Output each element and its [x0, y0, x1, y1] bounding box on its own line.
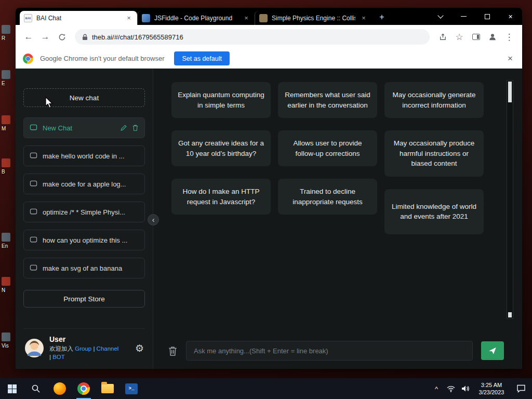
separator: |: [93, 345, 95, 352]
taskbar-search-button[interactable]: [24, 378, 48, 399]
start-button[interactable]: [0, 378, 24, 399]
desktop-icon-glyph: [2, 233, 10, 242]
delete-icon[interactable]: [132, 124, 139, 131]
share-button[interactable]: [435, 29, 450, 45]
back-button[interactable]: ←: [21, 29, 36, 45]
chat-bubble-icon: [30, 152, 37, 159]
taskbar-clock[interactable]: 3:25 AM 3/23/2023: [473, 378, 510, 399]
send-button[interactable]: [481, 341, 504, 360]
sidebar-collapse-button[interactable]: ‹: [148, 214, 159, 225]
user-welcome-line: 欢迎加入 Group | Channel | BOT: [49, 344, 119, 362]
taskbar-explorer-button[interactable]: [96, 378, 119, 399]
network-icon: [447, 385, 455, 392]
volume-button[interactable]: [458, 378, 473, 399]
tab-title: JSFiddle - Code Playground: [154, 15, 238, 22]
bookmark-button[interactable]: ☆: [451, 29, 467, 45]
clear-chat-trash-icon[interactable]: [168, 345, 178, 356]
clock-time: 3:25 AM: [473, 381, 510, 389]
side-panel-button[interactable]: [468, 29, 484, 45]
prompt-store-button[interactable]: Prompt Store: [23, 290, 145, 308]
example-cards: Explain quantum computing in simple term…: [171, 82, 484, 234]
example-card[interactable]: Explain quantum computing in simple term…: [171, 82, 271, 118]
chat-item-label: New Chat: [43, 124, 115, 132]
tab-strip: BAI BAI Chat × JSFiddle - Code Playgroun…: [16, 8, 522, 25]
channel-link[interactable]: Channel: [97, 345, 119, 352]
chat-item[interactable]: make an svg of an banana: [23, 258, 145, 278]
desktop-icon-glyph: [2, 332, 10, 341]
powershell-icon: >_: [125, 383, 138, 394]
network-button[interactable]: [444, 378, 458, 399]
avatar[interactable]: [24, 338, 44, 358]
chat-item[interactable]: make hello world code in ...: [23, 145, 145, 166]
example-card[interactable]: Got any creative ideas for a 10 year old…: [171, 130, 271, 166]
desktop-icon-glyph: [2, 25, 10, 34]
desktop-icon-glyph: [2, 115, 10, 124]
examples-column: Explain quantum computing in simple term…: [171, 82, 271, 234]
bot-link[interactable]: BOT: [52, 354, 65, 360]
profile-button[interactable]: [485, 29, 500, 45]
desktop-icon-glyph: [2, 70, 10, 79]
chat-item-new-chat[interactable]: New Chat: [23, 117, 145, 138]
speaker-icon: [461, 385, 470, 392]
new-tab-button[interactable]: +: [375, 10, 389, 24]
set-as-default-button[interactable]: Set as default: [174, 51, 229, 65]
tab-physics-engine[interactable]: Simple Physics Engine :: Collision ×: [255, 11, 372, 25]
desktop-icon[interactable]: B: [2, 158, 17, 175]
desktop-icon[interactable]: N: [2, 277, 17, 293]
close-button[interactable]: ×: [499, 8, 522, 25]
chat-item[interactable]: make code for a apple log...: [23, 174, 145, 194]
user-section: User 欢迎加入 Group | Channel | BOT ⚙: [23, 328, 145, 369]
user-icon: [488, 32, 497, 42]
new-chat-button[interactable]: New chat: [23, 88, 145, 107]
physics-favicon: [259, 14, 268, 22]
minimize-button[interactable]: [452, 8, 475, 25]
taskbar-chrome-button[interactable]: [72, 378, 96, 399]
desktop-icon[interactable]: M: [2, 115, 17, 131]
chat-item-actions: [120, 124, 139, 131]
tab-search-button[interactable]: [429, 8, 452, 25]
minimize-icon: [461, 16, 467, 17]
address-bar[interactable]: theb.ai/#/chat/1679565589716: [75, 29, 430, 45]
tab-jsfiddle[interactable]: JSFiddle - Code Playground ×: [137, 11, 255, 25]
chat-item-label: make an svg of an banana: [43, 264, 139, 272]
maximize-button[interactable]: [475, 8, 499, 25]
tab-close-icon[interactable]: ×: [242, 14, 250, 22]
browser-menu-button[interactable]: ⋮: [501, 29, 517, 45]
bai-chat-app: New chat New Chat: [16, 69, 522, 369]
clock-date: 3/23/2023: [473, 389, 510, 396]
desktop-icon[interactable]: R: [2, 25, 17, 41]
taskbar-firefox-button[interactable]: [48, 378, 72, 399]
settings-gear-icon[interactable]: ⚙: [135, 342, 144, 354]
taskbar-powershell-button[interactable]: >_: [119, 378, 143, 399]
desktop-icon[interactable]: En: [2, 233, 17, 249]
chat-bubble-icon: [30, 236, 37, 244]
banner-close-icon[interactable]: ×: [508, 54, 513, 64]
tab-close-icon[interactable]: ×: [360, 14, 368, 22]
group-link[interactable]: Group: [75, 345, 91, 352]
side-panel-icon: [472, 34, 480, 40]
system-tray: ^ 3:25 AM 3/23/2023: [429, 378, 532, 399]
welcome-text: 欢迎加入: [49, 345, 73, 352]
scrollbar[interactable]: [507, 80, 513, 319]
message-input[interactable]: [186, 341, 473, 361]
example-card[interactable]: How do I make an HTTP request in Javascr…: [171, 179, 271, 215]
forward-button[interactable]: →: [37, 29, 53, 45]
chat-item[interactable]: how can you optimize this ...: [23, 230, 145, 250]
desktop-icon[interactable]: Vis: [2, 332, 17, 349]
reload-button[interactable]: [54, 29, 70, 45]
chat-item-label: optimize /* * Simple Physi...: [43, 208, 139, 216]
scrollbar-thumb[interactable]: [508, 82, 512, 102]
chat-item[interactable]: optimize /* * Simple Physi...: [23, 202, 145, 222]
limitation-card: May occasionally generate incorrect info…: [384, 82, 484, 118]
desktop-icon[interactable]: E: [2, 70, 17, 86]
chat-bubble-icon: [30, 264, 37, 272]
edit-icon[interactable]: [120, 124, 127, 131]
scrollbar-down-button[interactable]: [508, 312, 512, 317]
action-center-button[interactable]: [510, 378, 532, 399]
capability-card: Allows user to provide follow-up correct…: [278, 130, 377, 166]
search-icon: [31, 384, 41, 393]
tab-close-icon[interactable]: ×: [125, 14, 133, 22]
tab-bai-chat[interactable]: BAI BAI Chat ×: [20, 11, 137, 25]
separator: |: [49, 354, 51, 360]
tray-expand-button[interactable]: ^: [429, 378, 444, 399]
